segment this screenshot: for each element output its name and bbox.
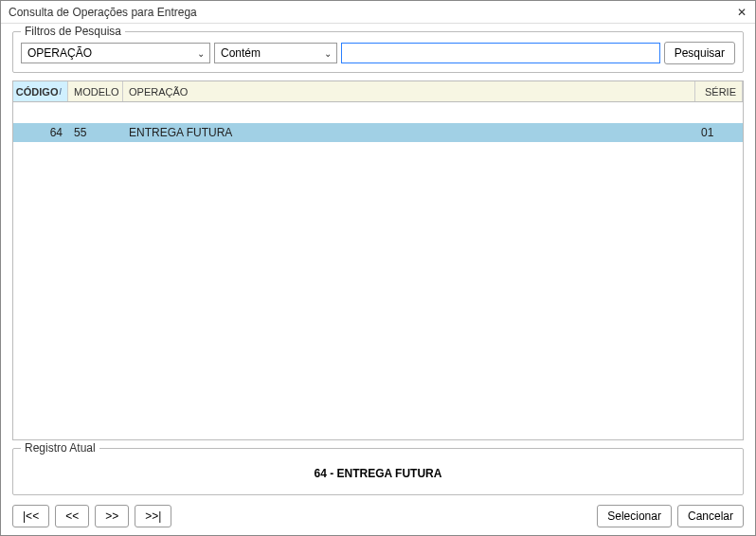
select-button[interactable]: Selecionar [597,505,672,527]
current-record-box: Registro Atual 64 - ENTREGA FUTURA [12,448,744,495]
sort-indicator-icon: / [59,87,62,97]
bottom-bar: |<< << >> >>| Selecionar Cancelar [12,505,744,527]
first-button[interactable]: |<< [12,505,49,527]
col-header-serie[interactable]: SÉRIE [695,81,743,101]
search-input[interactable] [341,43,660,63]
dialog-window: Consulta de Operações para Entrega ✕ Fil… [0,0,756,536]
grid-header: CÓDIGO / MODELO OPERAÇÃO SÉRIE [13,81,743,102]
field-select[interactable]: OPERAÇÃO [21,43,210,63]
nav-buttons: |<< << >> >>| [12,505,171,527]
cell-codigo: 64 [13,123,68,142]
next-button[interactable]: >> [95,505,129,527]
grid-spacer-row [13,102,743,123]
close-icon: ✕ [737,6,747,19]
title-bar: Consulta de Operações para Entrega ✕ [1,1,755,24]
results-grid: CÓDIGO / MODELO OPERAÇÃO SÉRIE 64 55 ENT… [12,80,744,440]
cell-serie: 01 [695,123,743,142]
cell-modelo: 55 [68,123,123,142]
close-button[interactable]: ✕ [732,4,751,21]
col-header-codigo[interactable]: CÓDIGO / [13,81,68,101]
window-title: Consulta de Operações para Entrega [9,6,197,19]
cancel-button[interactable]: Cancelar [677,505,744,527]
col-header-operacao[interactable]: OPERAÇÃO [123,81,695,101]
current-record-legend: Registro Atual [21,441,99,455]
condition-select-wrap: Contém ⌄ [214,43,337,63]
field-select-value: OPERAÇÃO [27,46,92,60]
grid-body[interactable]: 64 55 ENTREGA FUTURA 01 [13,102,743,439]
condition-select-value: Contém [221,46,261,60]
col-header-modelo[interactable]: MODELO [68,81,123,101]
table-row[interactable]: 64 55 ENTREGA FUTURA 01 [13,123,743,142]
search-button[interactable]: Pesquisar [664,42,735,64]
field-select-wrap: OPERAÇÃO ⌄ [21,43,210,63]
cell-operacao: ENTREGA FUTURA [123,123,695,142]
last-button[interactable]: >>| [135,505,171,527]
action-buttons: Selecionar Cancelar [597,505,744,527]
filter-fieldset: Filtros de Pesquisa OPERAÇÃO ⌄ Contém ⌄ … [12,31,744,73]
current-record-text: 64 - ENTREGA FUTURA [315,467,442,480]
col-codigo-label: CÓDIGO [16,86,59,98]
prev-button[interactable]: << [55,505,89,527]
filter-legend: Filtros de Pesquisa [21,25,125,38]
filter-row: OPERAÇÃO ⌄ Contém ⌄ Pesquisar [21,42,735,64]
content-area: Filtros de Pesquisa OPERAÇÃO ⌄ Contém ⌄ … [1,24,755,535]
condition-select[interactable]: Contém [214,43,337,63]
